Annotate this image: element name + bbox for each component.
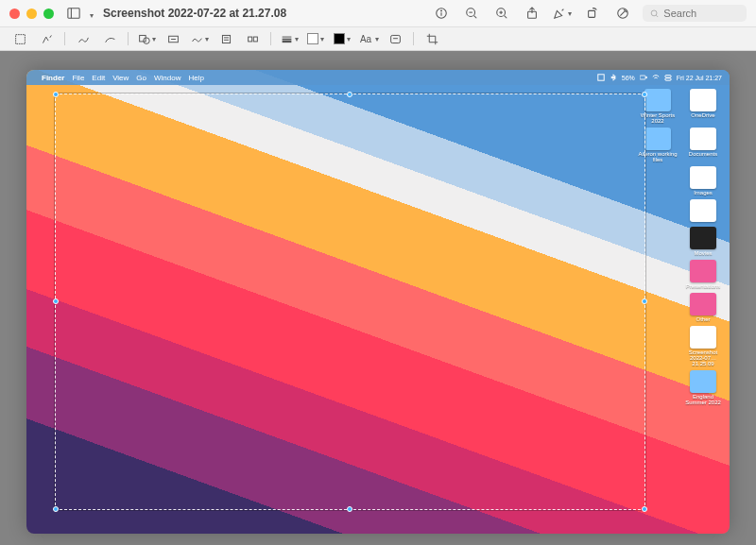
description-tool[interactable]: [385, 30, 405, 47]
file-icon: [690, 260, 716, 282]
window-titlebar: Screenshot 2022-07-22 at 21.27.08: [0, 0, 756, 26]
bluetooth-icon: [610, 74, 617, 81]
desktop-item: Other: [682, 293, 724, 322]
desktop-item: [682, 199, 724, 223]
document-title: Screenshot 2022-07-22 at 21.27.08: [103, 7, 286, 20]
stroke-color-tool[interactable]: [305, 30, 326, 47]
selection-tool[interactable]: [9, 30, 30, 47]
desktop-item: Presentations: [682, 260, 724, 289]
rotate-button[interactable]: [582, 4, 603, 23]
canvas-area: Finder File Edit View Go Window Help 56%…: [0, 51, 756, 545]
sign-tool[interactable]: [189, 30, 210, 47]
svg-rect-22: [222, 35, 230, 43]
selection-handle[interactable]: [347, 506, 352, 512]
markup-button[interactable]: [612, 4, 633, 23]
selection-marquee[interactable]: [55, 94, 645, 511]
inner-menu-help: Help: [188, 74, 203, 82]
desktop-item: England Summer 2022: [682, 370, 724, 405]
shapes-tool[interactable]: [136, 30, 157, 47]
wifi-icon: [652, 74, 660, 81]
zoom-out-button[interactable]: [461, 4, 482, 23]
traffic-lights: [9, 9, 54, 19]
sidebar-icon: [63, 4, 84, 23]
desktop-item: Documents: [682, 128, 724, 162]
onedrive-icon: [690, 89, 716, 111]
instant-alpha-tool[interactable]: [36, 30, 57, 47]
inner-menu-view: View: [112, 74, 129, 82]
selection-handle[interactable]: [53, 506, 59, 512]
file-icon: [690, 128, 716, 150]
svg-rect-32: [598, 75, 604, 80]
svg-point-15: [651, 10, 657, 16]
svg-rect-36: [665, 78, 671, 80]
inner-menubar: Finder File Edit View Go Window Help 56%…: [26, 70, 730, 85]
svg-rect-30: [390, 35, 400, 43]
svg-line-6: [474, 16, 477, 19]
search-field[interactable]: [643, 5, 747, 22]
markup-toolbar: Aa: [0, 26, 756, 51]
svg-line-9: [505, 16, 507, 19]
crop-tool[interactable]: [421, 30, 442, 47]
sidebar-toggle[interactable]: [63, 4, 94, 23]
annotate-dropdown[interactable]: [552, 4, 573, 23]
inner-app-name: Finder: [42, 74, 64, 82]
white-swatch-icon: [307, 33, 318, 44]
inner-menu-file: File: [72, 74, 84, 82]
desktop-item: Movies: [682, 227, 724, 256]
font-label: Aa: [358, 34, 373, 44]
font-style-tool[interactable]: Aa: [358, 30, 379, 47]
selection-handle[interactable]: [347, 92, 352, 97]
svg-point-19: [143, 37, 149, 43]
chevron-down-icon: [88, 5, 94, 22]
note-tool[interactable]: [215, 30, 236, 47]
black-swatch-icon: [334, 33, 345, 44]
svg-rect-33: [640, 76, 645, 79]
selection-handle[interactable]: [53, 298, 59, 304]
sketch-tool[interactable]: [73, 30, 94, 47]
fill-color-tool[interactable]: [332, 30, 352, 47]
svg-line-16: [656, 15, 658, 17]
search-input[interactable]: [663, 8, 739, 19]
svg-rect-26: [253, 37, 257, 42]
line-style-tool[interactable]: [279, 30, 300, 47]
zoom-icon[interactable]: [43, 9, 54, 19]
svg-rect-17: [15, 34, 25, 43]
svg-rect-13: [589, 10, 595, 17]
folder-icon: [644, 128, 671, 150]
text-tool[interactable]: [163, 30, 183, 47]
svg-rect-34: [645, 77, 646, 77]
svg-rect-35: [665, 76, 671, 77]
file-icon: [690, 293, 716, 315]
desktop-item: OneDrive: [682, 89, 724, 124]
inner-menu-edit: Edit: [92, 74, 105, 82]
svg-rect-0: [68, 9, 79, 19]
battery-text: 56%: [622, 75, 635, 81]
inner-menu-go: Go: [136, 74, 146, 82]
inner-menu-window: Window: [154, 74, 180, 82]
battery-icon: [640, 74, 647, 81]
share-button[interactable]: [522, 4, 542, 23]
minimize-icon[interactable]: [26, 9, 37, 19]
file-icon: [690, 227, 716, 249]
draw-tool[interactable]: [99, 30, 120, 47]
zoom-in-button[interactable]: [491, 4, 512, 23]
folder-icon: [644, 89, 671, 111]
loupe-tool[interactable]: [242, 30, 263, 47]
inner-menubar-right: 56% Fri 22 Jul 21:27: [597, 74, 722, 81]
selection-handle[interactable]: [53, 92, 59, 97]
control-center-icon: [664, 74, 672, 81]
folder-icon: [690, 370, 716, 393]
svg-point-4: [441, 10, 442, 11]
desktop-item: Screenshot 2022-07…21.25.09: [682, 326, 724, 366]
menu-extra-icon: [597, 74, 605, 81]
selection-handle[interactable]: [642, 92, 647, 97]
file-icon: [690, 199, 716, 222]
desktop-item: Images: [682, 166, 724, 196]
search-icon: [650, 9, 659, 19]
info-button[interactable]: [431, 4, 452, 23]
inner-datetime: Fri 22 Jul 21:27: [677, 75, 722, 81]
file-icon: [690, 166, 716, 189]
svg-rect-25: [248, 37, 251, 42]
close-icon[interactable]: [9, 9, 20, 19]
screenshot-image[interactable]: Finder File Edit View Go Window Help 56%…: [26, 70, 730, 534]
